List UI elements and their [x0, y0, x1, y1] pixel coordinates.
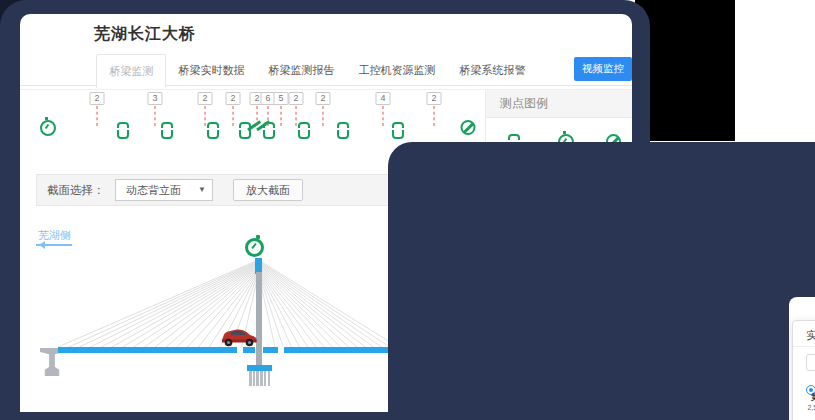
sensor-count-badge: 2 [226, 92, 241, 105]
tower-sensor-gauge-icon [245, 238, 264, 257]
pile [264, 371, 267, 386]
legend-panel-header: 测点图例 [486, 90, 632, 118]
sensor-dashed-line [205, 106, 206, 126]
chevron-down-icon: ▼ [188, 180, 206, 200]
sensor-dashed-line [434, 106, 435, 126]
deck-segment [284, 347, 388, 353]
sensor-dashed-line [281, 106, 282, 126]
deck-segment [263, 347, 278, 353]
pile [249, 371, 252, 386]
sensor-count-badge: 2 [90, 92, 105, 105]
chart-canvas: 05001,0001,5002,0002,5002018-09-30 16:01… [799, 401, 815, 420]
sensor-link-icon [207, 122, 219, 139]
chart-legend[interactable]: 第七跨跨中振动 [793, 380, 815, 390]
sensor-count-badge: 2 [427, 92, 442, 105]
sensor-link-icon [239, 122, 251, 139]
background-black-panel [635, 0, 735, 141]
sensor-link-icon [117, 122, 129, 139]
pile [256, 371, 259, 386]
tab-桥梁监测[interactable]: 桥梁监测 [96, 54, 166, 88]
car-image [218, 325, 260, 349]
section-dropdown[interactable]: 动态背立面 ▼ [115, 179, 213, 201]
main-tabbar: 桥梁监测桥梁实时数据桥梁监测报告工控机资源监测桥梁系统报警 视频监控 [20, 54, 632, 86]
sensor-dashed-line [383, 106, 384, 126]
sensor-count-badge: 2 [289, 92, 304, 105]
screenshot-stage: 芜湖长江大桥 桥梁监测桥梁实时数据桥梁监测报告工控机资源监测桥梁系统报警 视频监… [0, 0, 815, 420]
svg-text:2,500: 2,500 [807, 404, 815, 411]
sensor-disabled-icon [461, 120, 476, 135]
pile [268, 371, 271, 386]
tab-桥梁实时数据[interactable]: 桥梁实时数据 [166, 54, 256, 86]
sensor-link-icon [161, 122, 173, 139]
modal-header: 实时曲线 ✕ [793, 321, 815, 347]
tab-桥梁监测报告[interactable]: 桥梁监测报告 [256, 54, 346, 86]
sensor-dashed-line [155, 106, 156, 126]
section-select-label: 截面选择： [47, 183, 105, 198]
pile [253, 371, 256, 386]
sensor-dashed-line [233, 106, 234, 126]
tab-工控机资源监测[interactable]: 工控机资源监测 [346, 54, 447, 86]
sensor-count-badge: 5 [274, 92, 289, 105]
sensor-link-icon [298, 122, 310, 139]
front-window-frame: 实时曲线 ✕ 实时曲线图监控回放 最近两个月 - 查询 第七跨跨中振动 [388, 142, 815, 420]
sensor-count-badge: 2 [198, 92, 213, 105]
sensor-dashed-line [296, 106, 297, 126]
sensor-link-icon [392, 122, 404, 139]
modal-title: 实时曲线 [806, 328, 815, 343]
front-window-page: 实时曲线 ✕ 实时曲线图监控回放 最近两个月 - 查询 第七跨跨中振动 [789, 297, 815, 420]
video-monitor-button[interactable]: 视频监控 [574, 57, 632, 81]
sensor-dashed-line [323, 106, 324, 126]
sensor-link-icon [337, 122, 349, 139]
sensor-dashed-line [268, 106, 269, 126]
section-dropdown-value: 动态背立面 [126, 184, 181, 196]
page-title: 芜湖长江大桥 [94, 24, 196, 45]
sensor-dashed-line [257, 106, 258, 126]
sensor-gauge-icon [40, 120, 56, 136]
deck-segment [58, 347, 237, 353]
sensor-count-badge: 3 [148, 92, 163, 105]
section-select-toolbar: 截面选择： 动态背立面 ▼ 放大截面 [36, 174, 390, 206]
pile [260, 371, 263, 386]
sensor-dashed-line [97, 106, 98, 126]
sensor-count-badge: 4 [376, 92, 391, 105]
realtime-curve-modal: 实时曲线 ✕ 实时曲线图监控回放 最近两个月 - 查询 第七跨跨中振动 [792, 320, 815, 420]
enlarge-section-button[interactable]: 放大截面 [233, 179, 303, 201]
sensor-count-badge: 2 [316, 92, 331, 105]
vibration-chart: 05001,0001,5002,0002,5002018-09-30 16:01… [799, 401, 815, 420]
tab-桥梁系统报警[interactable]: 桥梁系统报警 [447, 54, 537, 86]
